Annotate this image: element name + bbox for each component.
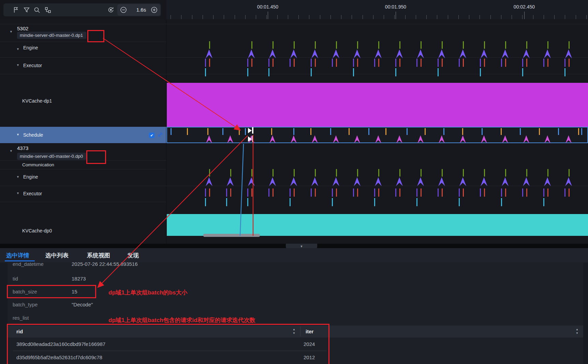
ruler-minor-tick (437, 15, 437, 19)
ruler-minor-tick (266, 15, 267, 19)
zoom-level-value: 1.6s (134, 7, 148, 13)
tab-discover[interactable]: 发现 (127, 252, 139, 259)
detail-value: 18273 (72, 276, 86, 282)
ruler-minor-tick (352, 15, 352, 19)
ruler-label: 00:01.450 (244, 4, 292, 10)
process-badge-dp0[interactable]: mindie-server-d0-master-0.dp0 (17, 153, 86, 160)
zoom-in-icon[interactable] (151, 6, 158, 13)
detail-label: res_list (13, 315, 29, 321)
detail-value: "Decode" (72, 302, 93, 307)
ruler-minor-tick (512, 15, 512, 19)
tab-selection-list[interactable]: 选中列表 (45, 252, 69, 259)
ruler-minor-tick (192, 15, 192, 19)
process-id-5302[interactable]: 5302 (17, 26, 28, 31)
schedule-track[interactable] (166, 127, 588, 143)
schedule-checkbox-checked[interactable]: ✔ (149, 133, 155, 138)
ruler-minor-tick (213, 15, 214, 19)
sort-icon[interactable]: ▲▼ (576, 328, 578, 335)
ruler-minor-tick (320, 15, 320, 19)
ruler-minor-tick (576, 15, 576, 19)
track-schedule[interactable]: Schedule (23, 132, 43, 138)
collapse-track-icon[interactable]: ▼ (16, 47, 19, 51)
ruler-minor-tick (480, 15, 480, 19)
track-communication[interactable]: Communication (22, 162, 54, 167)
ruler-minor-tick (235, 15, 235, 19)
timeline-ruler[interactable]: 00:01.450 00:01.950 00:02.450 (166, 0, 588, 20)
ruler-minor-tick (224, 15, 224, 19)
ruler-minor-tick (490, 15, 491, 19)
annotation-box-dp1 (87, 30, 104, 42)
ruler-minor-tick (277, 15, 278, 19)
collapse-track-icon[interactable]: ▼ (16, 63, 19, 67)
collapse-group-icon[interactable]: ▼ (10, 30, 13, 33)
kvcache-dp1-slice[interactable] (167, 83, 588, 127)
ruler-label: 00:02.450 (500, 4, 548, 10)
pin-icon[interactable] (157, 132, 164, 138)
search-icon[interactable] (33, 6, 40, 13)
track-engine-dp0[interactable]: Engine (23, 174, 38, 180)
ruler-major-tick (396, 12, 396, 19)
skip-next-marker-icon[interactable] (248, 127, 254, 134)
ruler-minor-tick (181, 15, 181, 19)
ruler-minor-tick (373, 15, 373, 19)
ruler-minor-tick (309, 15, 309, 19)
ruler-minor-tick (544, 15, 544, 19)
ruler-minor-tick (426, 15, 427, 19)
ruler-major-tick (524, 12, 525, 19)
ruler-minor-tick (448, 15, 448, 19)
ruler-minor-tick (554, 15, 555, 19)
tab-selection-details[interactable]: 选中详情 (6, 252, 29, 259)
flag-icon[interactable] (13, 6, 20, 13)
annotation-note-res-list: dp域1上单次组batch包含的请求id和对应的请求迭代次数 (108, 316, 255, 324)
track-kvcache-dp1[interactable]: KVCache-dp1 (22, 98, 52, 104)
ruler-minor-tick (416, 15, 416, 19)
active-tab-underline (5, 260, 35, 261)
zoom-out-icon[interactable] (120, 6, 127, 13)
annotation-box-batch-size (7, 285, 96, 298)
skip-next-marker-icon[interactable] (248, 136, 254, 142)
tab-system-view[interactable]: 系统视图 (87, 252, 110, 259)
ruler-minor-tick (330, 15, 331, 19)
ruler-minor-tick (203, 15, 203, 19)
ruler-minor-tick (586, 15, 587, 19)
track-executor-dp1[interactable]: Executor (23, 63, 42, 68)
ruler-minor-tick (298, 15, 299, 19)
details-tabbar: 选中详情 选中列表 系统视图 发现 (0, 248, 588, 262)
timeline-toolbar: 1.6s (3, 3, 161, 16)
flow-graph-icon[interactable] (44, 6, 51, 13)
process-badge-dp1[interactable]: mindie-server-d0-master-0.dp1 (17, 32, 86, 39)
ruler-minor-tick (363, 15, 363, 19)
ruler-minor-tick (288, 15, 288, 19)
process-id-4373[interactable]: 4373 (17, 145, 28, 151)
collapse-track-icon[interactable]: ▼ (16, 192, 19, 195)
ruler-minor-tick (245, 15, 246, 19)
ruler-minor-tick (394, 15, 395, 19)
annotation-box-dp0 (86, 150, 106, 164)
ruler-minor-tick (565, 15, 565, 19)
ruler-major-tick (268, 12, 268, 19)
detail-label: tid (13, 276, 18, 282)
ruler-minor-tick (501, 15, 501, 19)
filter-icon[interactable] (23, 6, 30, 13)
ruler-minor-tick (522, 15, 523, 19)
ruler-minor-tick (405, 15, 406, 19)
track-engine-dp1[interactable]: Engine (23, 45, 38, 50)
collapse-track-icon[interactable]: ▼ (16, 175, 19, 179)
collapse-group-icon[interactable]: ▼ (10, 149, 13, 153)
horizontal-scrollbar[interactable] (203, 234, 260, 237)
detail-label: batch_type (13, 302, 38, 307)
ruler-minor-tick (341, 15, 341, 19)
profiler-window: 1.6s 00:01.450 00:01.950 00:02.450 ▼ 530… (0, 0, 588, 364)
collapse-track-icon[interactable]: ▼ (16, 133, 19, 136)
ruler-minor-tick (533, 15, 533, 19)
ruler-minor-tick (256, 15, 256, 19)
reset-zoom-icon[interactable] (107, 6, 114, 13)
annotation-box-res-table (7, 324, 329, 364)
ruler-label: 00:01.950 (372, 4, 420, 10)
ruler-minor-tick (384, 15, 384, 19)
track-executor-dp0[interactable]: Executor (23, 191, 42, 196)
kvcache-dp0-slice[interactable] (167, 214, 588, 236)
track-kvcache-dp0[interactable]: KVCache-dp0 (22, 228, 52, 233)
ruler-minor-tick (171, 15, 171, 19)
annotation-note-batch-size: dp域1上单次组batch的bs大小 (108, 289, 187, 297)
